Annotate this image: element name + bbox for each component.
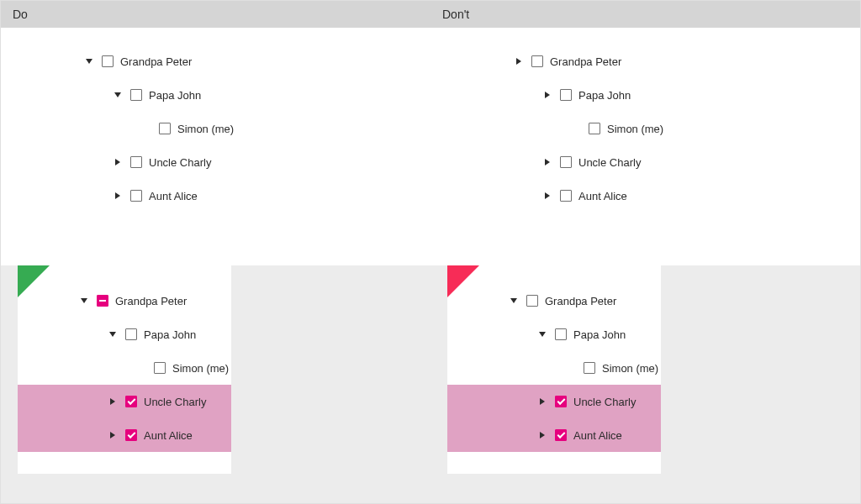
checkbox[interactable] — [130, 156, 142, 168]
tree-node[interactable]: Uncle Charly — [51, 145, 397, 179]
checkbox[interactable] — [589, 123, 600, 134]
checkbox[interactable] — [130, 89, 142, 101]
checkbox[interactable] — [555, 429, 567, 441]
example-row-2: Grandpa PeterPapa JohnSimon (me)Uncle Ch… — [1, 265, 860, 503]
chevron-right-icon[interactable] — [533, 398, 552, 405]
checkbox[interactable] — [125, 396, 137, 407]
tree-node-label: Papa John — [578, 89, 631, 102]
checkbox[interactable] — [159, 123, 171, 134]
tree-node-label: Papa John — [144, 328, 196, 341]
chevron-down-icon[interactable] — [75, 298, 93, 303]
tree-card: Grandpa PeterPapa JohnSimon (me)Uncle Ch… — [430, 28, 860, 229]
checkbox[interactable] — [560, 156, 572, 168]
tree-node[interactable]: Papa John — [447, 318, 661, 351]
mixed-icon — [99, 300, 106, 302]
tree-node-label: Grandpa Peter — [120, 55, 192, 68]
header-row: Do Don't — [1, 1, 860, 28]
tree-node-label: Simon (me) — [172, 362, 229, 375]
tree-node-label: Uncle Charly — [149, 156, 211, 169]
tree-node[interactable]: Aunt Alice — [447, 418, 661, 452]
tree-node-label: Grandpa Peter — [550, 55, 621, 68]
tree-node-label: Grandpa Peter — [115, 295, 187, 307]
tree: Grandpa PeterPapa JohnSimon (me)Uncle Ch… — [51, 45, 397, 213]
cell-do-top: Grandpa PeterPapa JohnSimon (me)Uncle Ch… — [1, 28, 430, 265]
chevron-down-icon[interactable] — [80, 59, 98, 64]
tree-node[interactable]: Uncle Charly — [18, 385, 231, 418]
tree-card: Grandpa PeterPapa JohnSimon (me)Uncle Ch… — [447, 265, 661, 474]
tree-node[interactable]: Grandpa Peter — [447, 284, 661, 318]
tree-node-label: Papa John — [573, 328, 626, 341]
tree-node[interactable]: Papa John — [51, 78, 397, 112]
tree-node[interactable]: Grandpa Peter — [51, 45, 397, 78]
checkbox[interactable] — [154, 362, 166, 374]
checkbox[interactable] — [125, 429, 137, 441]
tree-node[interactable]: Papa John — [481, 78, 827, 112]
tree-node-label: Uncle Charly — [573, 396, 636, 408]
tree-card: Grandpa PeterPapa JohnSimon (me)Uncle Ch… — [1, 28, 430, 229]
cell-dont-bottom: Grandpa PeterPapa JohnSimon (me)Uncle Ch… — [430, 265, 860, 503]
tree-node-label: Aunt Alice — [573, 429, 622, 442]
chevron-right-icon[interactable] — [103, 398, 122, 405]
check-icon — [127, 430, 135, 438]
tree-node[interactable]: Grandpa Peter — [481, 45, 827, 78]
check-icon — [557, 430, 565, 438]
chevron-right-icon[interactable] — [108, 192, 127, 199]
tree: Grandpa PeterPapa JohnSimon (me)Uncle Ch… — [481, 45, 827, 213]
tree-node[interactable]: Simon (me) — [447, 351, 661, 385]
checkbox[interactable] — [560, 89, 572, 101]
check-icon — [557, 396, 565, 405]
checkbox[interactable] — [531, 55, 543, 67]
chevron-down-icon[interactable] — [108, 92, 127, 97]
tree-node[interactable]: Grandpa Peter — [18, 284, 231, 318]
tree-node[interactable]: Simon (me) — [18, 351, 231, 385]
tree-node[interactable]: Papa John — [18, 318, 231, 351]
chevron-right-icon[interactable] — [538, 192, 557, 199]
tree: Grandpa PeterPapa JohnSimon (me)Uncle Ch… — [18, 284, 231, 452]
chevron-right-icon[interactable] — [103, 432, 122, 438]
check-icon — [127, 396, 135, 405]
checkbox[interactable] — [560, 190, 572, 202]
chevron-down-icon[interactable] — [533, 332, 552, 337]
chevron-right-icon[interactable] — [538, 92, 557, 98]
header-dont: Don't — [430, 1, 860, 28]
chevron-right-icon[interactable] — [533, 432, 552, 438]
checkbox[interactable] — [102, 55, 114, 67]
checkbox[interactable] — [584, 362, 595, 374]
chevron-right-icon[interactable] — [538, 159, 557, 165]
chevron-down-icon[interactable] — [103, 332, 122, 337]
cell-do-bottom: Grandpa PeterPapa JohnSimon (me)Uncle Ch… — [1, 265, 430, 503]
tree-node-label: Uncle Charly — [144, 396, 206, 408]
header-do: Do — [1, 1, 430, 28]
tree-node-label: Simon (me) — [177, 123, 234, 135]
tree-node-label: Aunt Alice — [578, 190, 627, 202]
checkbox[interactable] — [125, 328, 137, 340]
tree-card: Grandpa PeterPapa JohnSimon (me)Uncle Ch… — [18, 265, 231, 474]
tree-node[interactable]: Uncle Charly — [481, 145, 827, 179]
chevron-right-icon[interactable] — [108, 159, 127, 165]
tree-node-label: Uncle Charly — [578, 156, 641, 169]
example-row-1: Grandpa PeterPapa JohnSimon (me)Uncle Ch… — [1, 28, 860, 265]
checkbox[interactable] — [526, 295, 538, 307]
bad-corner-icon — [447, 265, 479, 297]
chevron-right-icon[interactable] — [510, 58, 528, 65]
good-corner-icon — [18, 265, 50, 297]
checkbox[interactable] — [555, 328, 567, 340]
tree-node[interactable]: Uncle Charly — [447, 385, 661, 418]
tree: Grandpa PeterPapa JohnSimon (me)Uncle Ch… — [447, 284, 661, 452]
cell-dont-top: Grandpa PeterPapa JohnSimon (me)Uncle Ch… — [430, 28, 860, 265]
tree-node[interactable]: Aunt Alice — [18, 418, 231, 452]
tree-node-label: Simon (me) — [607, 123, 663, 135]
tree-node-label: Papa John — [149, 89, 201, 102]
chevron-down-icon[interactable] — [504, 298, 523, 303]
tree-node[interactable]: Aunt Alice — [481, 179, 827, 213]
tree-node-label: Grandpa Peter — [545, 295, 616, 307]
tree-node[interactable]: Simon (me) — [51, 112, 397, 145]
tree-node[interactable]: Aunt Alice — [51, 179, 397, 213]
tree-node[interactable]: Simon (me) — [481, 112, 827, 145]
checkbox[interactable] — [97, 295, 108, 307]
checkbox[interactable] — [555, 396, 567, 407]
tree-node-label: Aunt Alice — [149, 190, 198, 202]
tree-node-label: Aunt Alice — [144, 429, 193, 442]
guideline-table: Do Don't Grandpa PeterPapa JohnSimon (me… — [0, 0, 861, 504]
checkbox[interactable] — [130, 190, 142, 202]
